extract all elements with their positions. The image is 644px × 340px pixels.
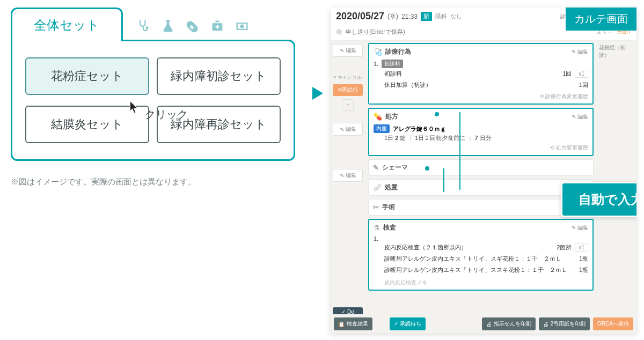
pen-icon: ✎ [373,164,379,172]
plus-icon[interactable]: ⊕ [336,27,342,36]
kensa-qty: 1瓶 [579,266,588,274]
shoho-title: 処方 [385,112,398,121]
card-schema[interactable]: ✎シェーマ [368,159,594,176]
scissors-icon: ✂ [373,203,379,211]
side-edit[interactable]: 編集 [333,44,363,57]
money-icon[interactable] [235,19,250,36]
side-edit3[interactable]: 編集 [333,169,363,182]
kensa-memo[interactable]: 皮内反応検査メモ [374,279,588,286]
side-retry[interactable]: ⟲再試行 [333,84,363,96]
tab-icon-row [127,13,258,41]
tag-naifuku: 内服 [374,124,390,133]
arrow-right-icon [311,86,324,103]
firstaid-icon[interactable] [210,19,225,36]
dose-days: 7 [474,135,478,141]
karte-ins: なし [450,12,462,20]
dose-a: 1日 [384,135,393,141]
shujutsu-title: 手術 [382,203,395,212]
karte-time: 21:33 [401,13,418,20]
side-add[interactable]: + [342,99,354,111]
set-btn-glaucoma-first[interactable]: 緑内障初診セット [157,57,281,95]
card-shochi[interactable]: 🩹処置 [368,179,594,196]
shochi-title: 処置 [385,183,398,192]
image-note: ※図はイメージです。実際の画面とは異なります。 [11,177,196,187]
sinryo-title: 診療行為 [385,47,411,56]
dose-b: 2 [395,135,398,141]
btn-results[interactable]: 📋 検査結果 [334,317,372,330]
click-label: クリック [145,107,188,122]
karte-footer: 📋 検査結果 ✓ 承認待ち 🖨 指示せんを印刷 🖨 2号用紙を印刷 ORCAへ送… [331,314,636,334]
card-shoho: 💊 処方 編集 内服 アレグラ錠６０ｍｇ 1日 2 錠 | 1日２回朝夕食前に … [368,108,594,156]
side-diag[interactable]: 花粉症（初診） [599,44,634,59]
pill-icon: 💊 [374,113,382,121]
stethoscope-icon[interactable] [136,19,151,36]
side-edit2[interactable]: 編集 [333,123,363,136]
tab-all-sets[interactable]: 全体セット [11,8,123,41]
right-sidebar: 花粉症（初診） [597,41,636,320]
sinryo-edit[interactable]: 編集 [572,48,588,56]
sinryo-x1[interactable]: x1 [575,70,588,78]
karte-dept: 眼科 [435,12,447,20]
set-btn-hayfever[interactable]: 花粉症セット [25,57,149,95]
kensa-qty: 2箇所 [557,243,572,252]
karte-label: カルテ画面 [566,8,636,31]
btn-print1[interactable]: 🖨 指示せんを印刷 [482,317,536,330]
auto-input-badge: 自動で入力！ [561,182,636,217]
pill-icon[interactable] [185,19,200,36]
btn-orca[interactable]: ORCAへ送信 [593,317,633,330]
card-kensa: ⚗ 検査 編集 1. 皮内反応検査（２１箇所以内） 2箇所 x1 診断用アレルゲ… [368,219,594,291]
kensa-qty: 1瓶 [579,255,588,263]
drug-name: アレグラ錠６０ｍｇ [393,125,446,133]
cursor-icon [129,100,141,117]
flask-icon[interactable] [160,19,175,36]
kensa-edit[interactable]: 編集 [572,224,588,232]
sinryo-item: 初診料 [384,70,402,78]
sinryo-history[interactable]: 診療行為変更履歴 [374,93,588,100]
set-panel: 花粉症セット 緑内障初診セット 結膜炎セット 緑内障再診セット [11,40,295,161]
btn-print2[interactable]: 🖨 2号用紙を印刷 [539,317,590,330]
sinryo-item: 休日加算（初診） [384,81,431,89]
kensa-title: 検査 [383,223,396,232]
memo-input[interactable] [346,28,592,35]
stethoscope-icon: 🩺 [374,48,382,56]
sinryo-qty: 1回 [579,81,588,89]
dose-c: 錠 [400,135,406,141]
karte-dow: (水) [387,12,398,21]
kensa-item: 診断用アレルゲン皮内エキス「トリイ」ススキ花粉１：１千 ２ｍＬ [384,266,567,274]
dose-days-u: 日分 [480,135,492,141]
schema-title: シェーマ [382,163,408,172]
card-sinryo: 🩺 診療行為 編集 1.初診料 初診料 1回 x1 休日加算（初診） 1回 診療… [368,43,594,105]
flask-icon: ⚗ [374,224,380,232]
btn-confirm[interactable]: ✓ 承認待ち [390,317,426,330]
card-shujutsu[interactable]: ✂手術⊕ [368,199,594,216]
shoho-history[interactable]: 処方変更履歴 [374,144,588,152]
kensa-item: 皮内反応検査（２１箇所以内） [384,243,467,252]
new-badge: 新 [421,12,432,21]
tag-shoshin: 初診料 [382,60,403,68]
shoho-edit[interactable]: 編集 [572,113,588,121]
bandage-icon: 🩹 [373,183,382,191]
kensa-item: 診断用アレルゲン皮内エキス「トリイ」スギ花粉１：１千 ２ｍＬ [384,255,561,263]
karte-date: 2020/05/27 [336,11,384,22]
karte-screen: カルテ画面 2020/05/27 (水) 21:33 新 眼科 なし 診察医： … [331,8,636,334]
side-cancel[interactable]: × キャンセル [333,74,363,81]
sinryo-qty: 1回 [562,70,572,78]
left-sidebar: 編集 × キャンセル ⟲再試行 + 編集 編集 ✓ Do [331,41,365,320]
dose-timing: 1日２回朝夕食前に [415,135,465,141]
kensa-x1[interactable]: x1 [575,243,588,252]
